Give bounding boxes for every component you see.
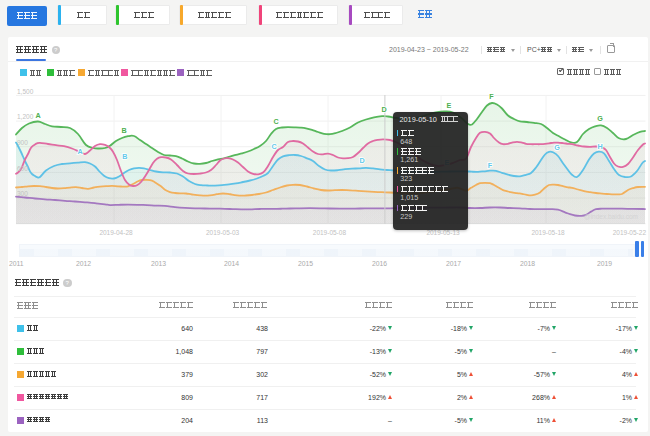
- svg-text:D: D: [381, 105, 386, 114]
- svg-text:A: A: [35, 111, 40, 120]
- svg-text:1,200: 1,200: [17, 113, 34, 120]
- svg-text:C: C: [271, 142, 276, 151]
- svg-text:300: 300: [17, 190, 28, 197]
- svg-text:F: F: [489, 92, 494, 101]
- svg-text:1,500: 1,500: [17, 88, 34, 95]
- svg-text:2019-05-03: 2019-05-03: [206, 229, 240, 236]
- svg-text:E: E: [447, 101, 452, 110]
- svg-text:900: 900: [17, 139, 28, 146]
- svg-text:C: C: [273, 117, 278, 126]
- svg-text:G: G: [597, 114, 603, 123]
- svg-text:H: H: [597, 142, 602, 151]
- svg-text:600: 600: [17, 165, 28, 172]
- svg-text:2019-05-18: 2019-05-18: [531, 229, 565, 236]
- svg-text:D: D: [359, 156, 364, 165]
- svg-text:A: A: [77, 147, 82, 156]
- svg-text:F: F: [488, 161, 493, 170]
- svg-text:G: G: [554, 143, 560, 152]
- svg-text:2019-05-08: 2019-05-08: [313, 229, 347, 236]
- svg-text:B: B: [121, 126, 126, 135]
- svg-text:@index.baidu.com: @index.baidu.com: [584, 213, 638, 220]
- svg-text:2019-04-28: 2019-04-28: [99, 229, 133, 236]
- svg-text:2019-05-22: 2019-05-22: [613, 229, 647, 236]
- svg-text:B: B: [122, 152, 127, 161]
